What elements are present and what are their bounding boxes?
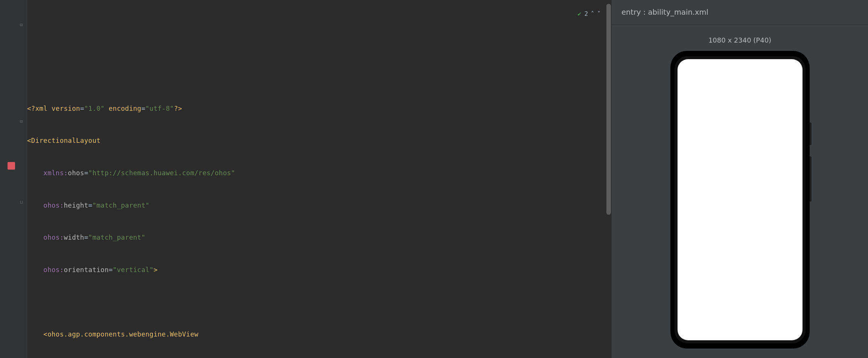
preview-pane: entry : ability_main.xml 1080 x 2340 (P4… [612,0,868,358]
phone-mockup[interactable] [670,51,810,349]
code-line[interactable]: ohos:width="match_parent" [27,229,612,246]
phone-bezel [675,56,806,343]
preview-body: 1080 x 2340 (P40) [612,25,868,358]
code-line[interactable]: <ohos.agp.components.webengine.WebView [27,326,612,343]
chevron-up-icon[interactable]: ˄ [591,6,594,22]
code-editor[interactable]: ✔ 2 ˄ ˅ <?xml version="1.0" encoding="ut… [27,0,612,358]
preview-title: entry : ability_main.xml [621,8,708,17]
code-line[interactable]: ohos:height="match_parent" [27,197,612,214]
code-line[interactable]: <DirectionalLayout [27,133,612,149]
inspection-hints[interactable]: ✔ 2 ˄ ˅ [578,6,601,22]
preview-title-bar: entry : ability_main.xml [612,0,868,25]
phone-power-button [810,122,812,145]
scrollbar-thumb[interactable] [606,4,611,215]
code-line[interactable]: xmlns:ohos="http://schemas.huawei.com/re… [27,165,612,181]
chevron-down-icon[interactable]: ˅ [597,6,600,22]
fold-toggle-icon[interactable]: ⊟ [20,23,24,27]
checkmark-icon: ✔ [578,6,582,22]
code-line[interactable]: ohos:orientation="vertical"> [27,262,612,278]
fold-region: ⊟ ⊟ ⊔ [20,0,25,358]
ide-root: ⊟ ⊟ ⊔ ✔ 2 ˄ ˅ <?xml version="1.0" encodi… [0,0,868,358]
fold-toggle-icon[interactable]: ⊟ [20,119,24,124]
breakpoint-marker[interactable] [8,162,15,170]
code-line[interactable] [27,294,612,310]
editor-gutter[interactable]: ⊟ ⊟ ⊔ [0,0,27,358]
phone-volume-button [810,156,812,202]
problems-count: 2 [584,6,588,22]
phone-screen[interactable] [678,59,803,340]
code-line[interactable]: <?xml version="1.0" encoding="utf-8"?> [27,101,612,117]
device-resolution-label: 1080 x 2340 (P40) [708,36,771,44]
fold-end-icon[interactable]: ⊔ [20,200,24,204]
editor-pane: ⊟ ⊟ ⊔ ✔ 2 ˄ ˅ <?xml version="1.0" encodi… [0,0,612,358]
